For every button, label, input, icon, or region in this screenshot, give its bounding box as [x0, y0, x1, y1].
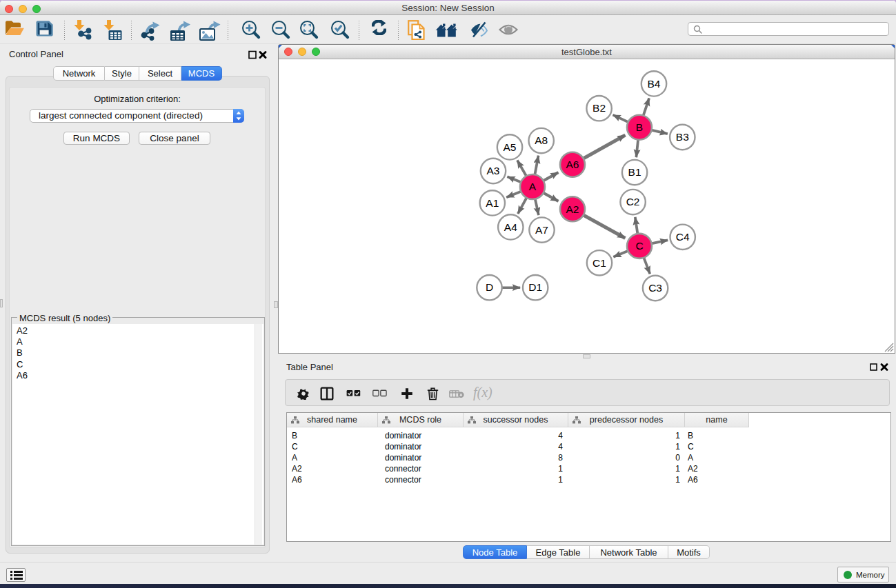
svg-text:D: D — [486, 281, 493, 293]
svg-text:A4: A4 — [504, 221, 517, 233]
svg-text:A6: A6 — [566, 159, 579, 170]
svg-text:C4: C4 — [676, 231, 690, 243]
svg-text:C: C — [635, 240, 643, 252]
svg-text:A3: A3 — [487, 165, 500, 176]
svg-text:C3: C3 — [648, 282, 662, 294]
svg-text:A2: A2 — [566, 203, 579, 215]
svg-text:C2: C2 — [626, 196, 640, 207]
svg-text:A7: A7 — [535, 224, 548, 236]
svg-text:B1: B1 — [628, 166, 641, 178]
svg-text:D1: D1 — [528, 281, 542, 293]
svg-text:B3: B3 — [676, 131, 689, 143]
svg-text:A8: A8 — [535, 134, 548, 146]
svg-text:C1: C1 — [593, 257, 606, 269]
svg-text:B: B — [636, 121, 643, 133]
svg-text:A5: A5 — [504, 141, 517, 153]
svg-text:A: A — [529, 181, 537, 192]
svg-text:B2: B2 — [593, 102, 606, 114]
svg-text:B4: B4 — [648, 78, 661, 90]
svg-text:A1: A1 — [486, 197, 499, 209]
